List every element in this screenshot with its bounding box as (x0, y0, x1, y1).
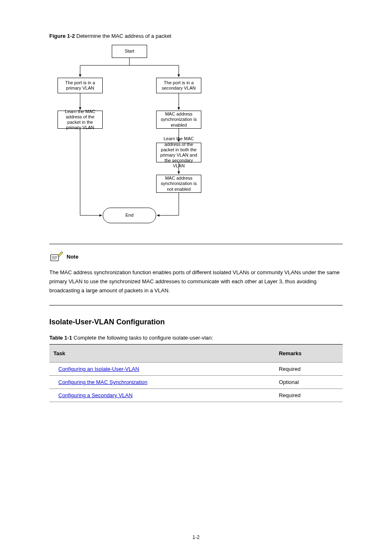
flow-node-sync-enabled: MAC address synchronization is enabled (156, 111, 201, 129)
figure-caption: Figure 1-2 Determine the MAC address of … (49, 33, 343, 39)
note-icon (49, 251, 64, 262)
table-header-row: Task Remarks (49, 345, 343, 363)
task-link[interactable]: Configuring a Secondary VLAN (58, 392, 133, 398)
divider (49, 305, 343, 305)
task-link[interactable]: Configuring the MAC Synchronization (58, 379, 148, 385)
table-row: Configuring a Secondary VLAN Required (49, 389, 343, 402)
page: Figure 1-2 Determine the MAC address of … (0, 0, 392, 555)
flowchart-diagram: Start The port is in a primary VLAN The … (49, 45, 337, 234)
task-table: Task Remarks Configuring an Isolate-User… (49, 344, 343, 402)
table-number: Table 1-1 (49, 335, 72, 341)
flow-node-sync-disabled: MAC address synchronization is not enabl… (156, 175, 201, 193)
table-header-task: Task (49, 345, 275, 363)
figure-number: Figure 1-2 (49, 33, 75, 39)
table-header-remarks: Remarks (275, 345, 343, 363)
task-link[interactable]: Configuring an Isolate-User-VLAN (58, 366, 139, 372)
section-title: Isolate-User-VLAN Configuration (49, 318, 343, 326)
flow-node-learn-both: Learn the MAC address of the packet in b… (156, 143, 201, 162)
remarks-cell: Required (275, 389, 343, 402)
remarks-cell: Required (275, 363, 343, 376)
table-caption-text: Complete the following tasks to configur… (74, 335, 213, 341)
flow-node-end: End (103, 208, 156, 223)
note-text: The MAC address synchronization function… (49, 268, 343, 295)
figure-title: Determine the MAC address of a packet (76, 33, 171, 39)
page-number: 1-2 (192, 534, 199, 540)
note-label: Note (67, 254, 78, 260)
table-row: Configuring the MAC Synchronization Opti… (49, 376, 343, 389)
note-header: Note (49, 251, 343, 262)
table-row: Configuring an Isolate-User-VLAN Require… (49, 363, 343, 376)
remarks-cell: Optional (275, 376, 343, 389)
flow-node-learn-primary: Learn the MAC address of the packet in t… (58, 111, 103, 129)
table-caption: Table 1-1 Complete the following tasks t… (49, 335, 343, 341)
flow-node-secondary-vlan: The port is in a secondary VLAN (156, 78, 201, 93)
divider (49, 244, 343, 244)
flow-node-start: Start (112, 45, 147, 58)
flow-node-primary-vlan: The port is in a primary VLAN (58, 78, 103, 93)
